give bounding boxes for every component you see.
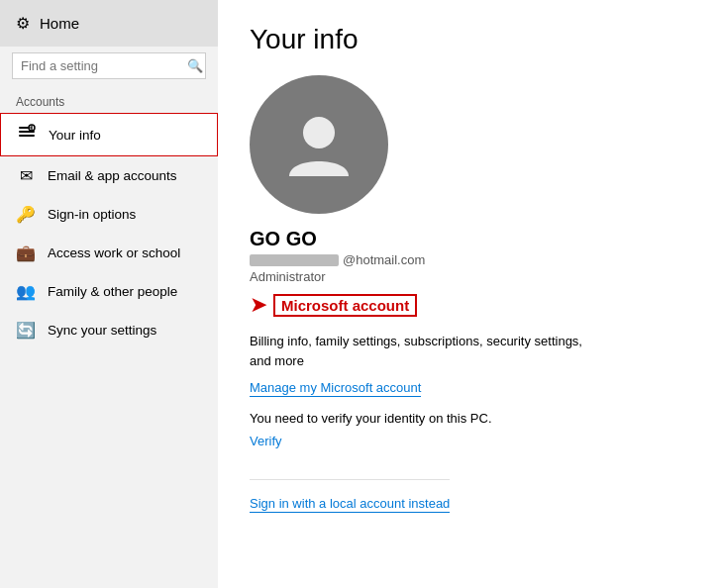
home-label: Home	[40, 15, 79, 32]
sidebar-item-your-info[interactable]: Your info	[0, 113, 218, 156]
search-box[interactable]: 🔍	[12, 52, 206, 79]
page-title: Your info	[250, 24, 688, 55]
svg-point-4	[303, 117, 335, 148]
your-info-icon	[17, 124, 37, 146]
microsoft-account-label: Microsoft account	[273, 294, 417, 317]
profile-section: GO GO @hotmail.com Administrator ➤ Micro…	[250, 75, 688, 513]
svg-rect-0	[19, 127, 29, 129]
verify-link[interactable]: Verify	[250, 434, 282, 448]
email-domain: @hotmail.com	[343, 252, 425, 267]
home-gear-icon: ⚙	[16, 14, 30, 33]
search-input[interactable]	[21, 58, 187, 73]
local-account-section: Sign in with a local account instead	[250, 479, 450, 513]
people-icon: 👥	[16, 282, 36, 301]
sync-settings-label: Sync your settings	[48, 323, 156, 338]
verify-section: You need to verify your identity on this…	[250, 411, 492, 449]
sidebar-item-sync-settings[interactable]: 🔄 Sync your settings	[0, 311, 218, 349]
manage-microsoft-account-link[interactable]: Manage my Microsoft account	[250, 380, 421, 397]
family-label: Family & other people	[48, 284, 177, 299]
microsoft-account-row: ➤ Microsoft account	[250, 292, 417, 318]
email-blurred	[250, 254, 339, 266]
sidebar: ⚙ Home 🔍 Accounts Your info ✉ Email & ap…	[0, 0, 218, 588]
sync-icon: 🔄	[16, 321, 36, 340]
sidebar-item-family[interactable]: 👥 Family & other people	[0, 272, 218, 311]
avatar	[250, 75, 388, 214]
local-account-link[interactable]: Sign in with a local account instead	[250, 496, 450, 513]
accounts-section-label: Accounts	[0, 89, 218, 113]
main-content: Your info GO GO @hotmail.com Administrat…	[218, 0, 720, 588]
user-role: Administrator	[250, 269, 326, 284]
avatar-person-icon	[279, 105, 359, 184]
email-accounts-label: Email & app accounts	[48, 168, 177, 183]
email-icon: ✉	[16, 166, 36, 185]
your-info-label: Your info	[49, 128, 101, 143]
red-arrow-icon: ➤	[250, 292, 267, 318]
billing-info-text: Billing info, family settings, subscript…	[250, 332, 606, 370]
sidebar-home-button[interactable]: ⚙ Home	[0, 0, 218, 47]
user-name: GO GO	[250, 228, 317, 250]
search-icon: 🔍	[187, 58, 203, 73]
briefcase-icon: 💼	[16, 244, 36, 262]
sidebar-item-access-work[interactable]: 💼 Access work or school	[0, 234, 218, 272]
access-work-label: Access work or school	[48, 245, 180, 260]
sidebar-item-email-accounts[interactable]: ✉ Email & app accounts	[0, 156, 218, 195]
signin-options-label: Sign-in options	[48, 207, 136, 222]
user-email-row: @hotmail.com	[250, 252, 425, 267]
verify-text: You need to verify your identity on this…	[250, 411, 492, 426]
sidebar-item-signin-options[interactable]: 🔑 Sign-in options	[0, 195, 218, 234]
key-icon: 🔑	[16, 205, 36, 224]
svg-rect-2	[19, 135, 35, 137]
